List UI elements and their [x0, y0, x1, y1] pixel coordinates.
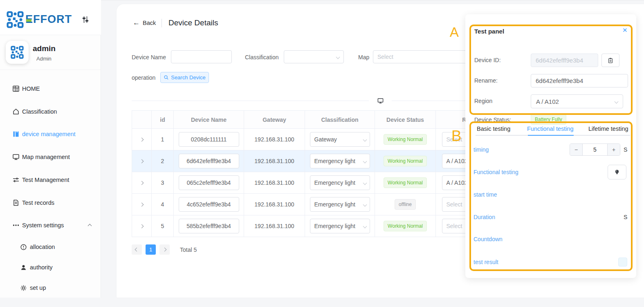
timing-stepper: − 5 +: [570, 143, 620, 156]
battery-status-badge: Battery Fully: [531, 114, 566, 125]
page-1-button[interactable]: 1: [146, 244, 156, 255]
sidebar-item-system-settings[interactable]: System settings: [0, 216, 101, 234]
timing-value[interactable]: 5: [582, 144, 608, 155]
copy-button[interactable]: [601, 54, 619, 67]
region-select[interactable]: A / A102: [531, 94, 623, 108]
device-name-cell-input[interactable]: [179, 197, 239, 212]
cell-gateway: 192.168.31.100: [244, 172, 305, 194]
expand-icon[interactable]: [132, 172, 152, 194]
sidebar-subitem-allocation[interactable]: allocation: [0, 238, 101, 256]
countdown-label: Countdown: [473, 236, 503, 242]
status-badge: Working Normal: [384, 156, 427, 166]
logo-text: EFFORT: [25, 13, 72, 26]
col-gateway: Gateway: [244, 111, 305, 129]
next-page-button[interactable]: [159, 244, 170, 255]
tab-basic-testing[interactable]: Basic testing: [477, 125, 510, 132]
logo-row: EFFORT: [0, 0, 101, 35]
page-title: Device Details: [168, 18, 218, 27]
back-button[interactable]: Back: [143, 20, 156, 26]
table-row: 2 192.168.31.100 Emergency light Working…: [132, 150, 508, 172]
dialog-title: Test panel: [474, 28, 504, 35]
divider: [0, 69, 101, 70]
status-badge: offline: [395, 199, 416, 210]
device-name-label: Device Name: [132, 54, 166, 61]
device-name-cell-input[interactable]: [179, 219, 239, 233]
active-tab-underline: [528, 135, 574, 136]
col-id: id: [152, 111, 174, 129]
classification-cell-select[interactable]: Emergency light: [310, 197, 370, 212]
search-icon: [164, 75, 169, 80]
expand-icon[interactable]: [132, 129, 152, 150]
sidebar-item-home[interactable]: HOME: [0, 80, 101, 98]
minus-button[interactable]: −: [570, 144, 582, 155]
close-icon[interactable]: ✕: [622, 27, 628, 34]
cell-id: 1: [152, 129, 174, 150]
sidebar-item-label: Classification: [22, 108, 57, 115]
sidebar-item-label: Test records: [22, 199, 54, 206]
device-id-input: [531, 54, 598, 67]
expand-icon[interactable]: [132, 150, 152, 172]
classification-label: Classification: [245, 54, 278, 61]
classification-select[interactable]: [284, 50, 344, 63]
tab-functional-testing[interactable]: Functional testing: [527, 125, 574, 132]
tab-lifetime-testing[interactable]: Lifetime testing: [588, 125, 628, 132]
sidebar-item-device-management[interactable]: device management: [0, 125, 101, 143]
back-arrow-icon[interactable]: ←: [133, 19, 140, 27]
logo-green-accent: [26, 19, 31, 22]
page: EFFORT: [0, 0, 644, 307]
classification-cell-select[interactable]: Gateway: [310, 132, 370, 147]
pagination: 1 Total 5: [132, 244, 197, 255]
clipboard-icon: [607, 57, 614, 64]
device-name-cell-input[interactable]: [179, 154, 239, 168]
operation-label: operation: [132, 74, 155, 81]
device-name-cell-input[interactable]: [179, 175, 239, 190]
cell-gateway: 192.168.31.100: [244, 129, 305, 150]
sidebar-item-map-management[interactable]: Map management: [0, 148, 101, 166]
sidebar-subitem-set-up[interactable]: set up: [0, 279, 101, 297]
status-badge: Working Normal: [384, 177, 427, 188]
rename-input[interactable]: [531, 74, 628, 87]
sidebar-item-test-management[interactable]: Test Management: [0, 171, 101, 189]
sidebar-item-label: Test Management: [22, 177, 69, 183]
effort-logo-icon: [7, 11, 24, 28]
sidebar: EFFORT: [0, 0, 101, 298]
cell-gateway: 192.168.31.100: [244, 150, 305, 172]
sidebar-item-label: set up: [30, 285, 46, 291]
cell-id: 3: [152, 172, 174, 194]
book-icon: [12, 130, 20, 138]
expand-icon[interactable]: [132, 194, 152, 215]
info-circle-icon: [20, 243, 27, 251]
chevron-down-icon: [363, 224, 367, 228]
start-time-label: start time: [473, 191, 497, 198]
classification-cell-select[interactable]: Emergency light: [310, 154, 370, 168]
classification-cell-select[interactable]: Emergency light: [310, 219, 370, 233]
monitor-toggle[interactable]: [369, 95, 392, 106]
cell-id: 4: [152, 194, 174, 215]
sidebar-subitem-authority[interactable]: authority: [0, 258, 101, 276]
total-count: Total 5: [180, 246, 197, 253]
expand-icon[interactable]: [132, 215, 152, 237]
sidebar-collapse-icon[interactable]: [81, 16, 90, 24]
bulb-button[interactable]: [608, 165, 626, 179]
plus-button[interactable]: +: [608, 144, 620, 155]
table-row: 3 192.168.31.100 Emergency light Working…: [132, 172, 508, 194]
prev-page-button[interactable]: [132, 244, 142, 255]
sidebar-item-test-records[interactable]: Test records: [0, 194, 101, 212]
search-device-button[interactable]: Search Device: [160, 72, 209, 83]
status-badge: Working Normal: [384, 221, 427, 231]
test-panel-dialog: Test panel ✕ Device ID: Rename: Region A…: [465, 14, 636, 278]
sidebar-item-label: Map management: [22, 154, 70, 160]
table-row: 1 192.168.31.100 Gateway Working Normal …: [132, 129, 508, 150]
test-result-label: test result: [473, 259, 498, 265]
device-table: id Device Name Gateway Classification De…: [132, 110, 508, 237]
duration-label: Duration: [473, 214, 495, 220]
device-name-cell-input[interactable]: [179, 132, 239, 147]
classification-cell-select[interactable]: Emergency light: [310, 175, 370, 190]
device-name-input[interactable]: [171, 50, 232, 63]
sidebar-item-classification[interactable]: Classification: [0, 103, 101, 121]
divider: [162, 19, 162, 27]
avatar[interactable]: [6, 41, 29, 64]
user-name: admin: [33, 44, 56, 53]
sidebar-item-label: authority: [30, 264, 53, 271]
sidebar-item-label: System settings: [22, 222, 64, 229]
